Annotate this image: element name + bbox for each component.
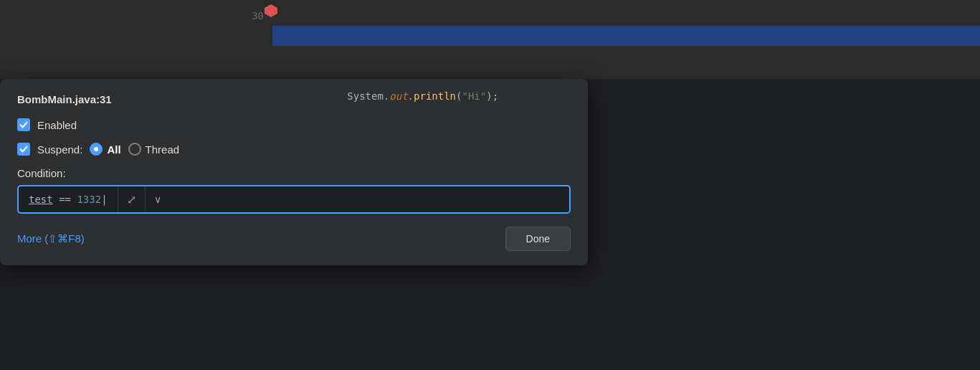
code-line-2: System.out.println("Hi"); [287, 66, 966, 126]
method-println: println [414, 90, 456, 102]
suspend-checkbox[interactable] [17, 143, 30, 156]
line-number-30: 30 [252, 6, 264, 26]
radio-all-label: All [107, 143, 120, 156]
radio-all-btn[interactable] [90, 143, 103, 156]
breakpoint-marker [263, 3, 279, 22]
condition-num: 1332 [77, 194, 101, 205]
more-link[interactable]: More (⇧⌘F8) [17, 232, 85, 245]
enabled-label: Enabled [37, 119, 77, 131]
radio-all-wrapper[interactable]: All [90, 143, 120, 156]
breakpoint-icon [263, 3, 279, 19]
condition-label: Condition: [17, 167, 571, 179]
highlight-line [272, 26, 980, 46]
input-actions: ⤢ ∨ [118, 187, 170, 212]
checkmark-icon [19, 120, 28, 129]
popup-footer: More (⇧⌘F8) Done [17, 227, 571, 251]
radio-thread-label: Thread [146, 143, 180, 156]
done-button[interactable]: Done [505, 227, 571, 251]
line-gutter: 30 [0, 0, 272, 79]
string-hi: "Hi" [462, 90, 486, 102]
condition-var: test [29, 194, 53, 205]
radio-thread-btn[interactable] [128, 143, 141, 156]
condition-input-display: test == 1332| [19, 186, 118, 212]
code-editor-top: 30 for (int test = 0; test < 75849578; t… [0, 0, 980, 79]
code-area: for (int test = 0; test < 75849578; test… [272, 0, 980, 79]
keyword-out: out [389, 90, 407, 102]
condition-input-wrapper[interactable]: test == 1332| ⤢ ∨ [17, 185, 571, 214]
suspend-row: Suspend: All Thread [17, 143, 571, 156]
enabled-checkbox-wrapper[interactable]: Enabled [17, 118, 77, 131]
expand-button[interactable]: ⤢ [118, 187, 146, 212]
radio-thread-wrapper[interactable]: Thread [128, 143, 180, 156]
suspend-checkbox-wrapper[interactable]: Suspend: [17, 143, 82, 156]
enabled-checkbox[interactable] [17, 118, 30, 131]
suspend-label: Suspend: [37, 143, 82, 156]
dropdown-button[interactable]: ∨ [146, 188, 170, 211]
svg-marker-0 [265, 4, 277, 17]
suspend-checkmark-icon [19, 145, 28, 153]
